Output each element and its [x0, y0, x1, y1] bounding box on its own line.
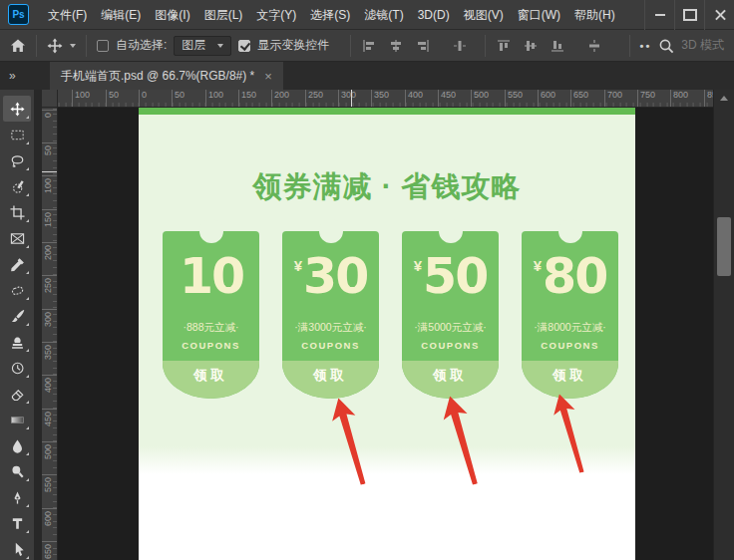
healing-icon [10, 283, 25, 298]
ruler-label: 350 [42, 342, 58, 343]
menu-item[interactable]: 选择(S) [303, 0, 357, 30]
coupon-condition: ·满5000元立减· [402, 321, 499, 335]
menu-item[interactable]: 视图(V) [457, 0, 511, 30]
coupon: 10 ·888元立减· COUPONS 领取 [163, 231, 259, 399]
target-layer-dropdown[interactable]: 图层 [174, 36, 231, 56]
tool-marquee[interactable] [3, 122, 31, 147]
menu-item[interactable]: 文件(F) [41, 0, 94, 30]
scroll-up-arrow-icon[interactable] [720, 96, 728, 101]
auto-select-checkbox[interactable] [97, 40, 109, 52]
coupon-notch [319, 219, 343, 243]
show-transform-checkbox[interactable] [238, 40, 250, 52]
close-icon[interactable] [704, 0, 734, 30]
align-middle-icon[interactable] [523, 38, 539, 54]
distribute-horizontal-icon[interactable] [452, 38, 468, 54]
align-right-icon[interactable] [415, 38, 431, 54]
tool-type[interactable] [3, 510, 31, 536]
ruler-label: 450 [438, 90, 456, 108]
coupon: ¥ 80 ·满8000元立减· COUPONS 领取 [522, 231, 618, 399]
menu-item[interactable]: 图像(I) [148, 0, 196, 30]
ruler-label: 500 [42, 441, 58, 442]
align-group-horizontal [361, 38, 468, 54]
ruler-label: 300 [42, 309, 58, 310]
photoshop-window: Ps 文件(F) 编辑(E) 图像(I) 图层(L) 文字(Y) 选择(S) 滤… [0, 0, 734, 560]
cursor-position-marker [351, 90, 352, 108]
tool-eyedropper[interactable] [3, 251, 31, 277]
menu-item[interactable]: 帮助(H) [567, 0, 622, 30]
coupon-condition: ·满8000元立减· [522, 321, 618, 335]
tool-move[interactable] [3, 96, 31, 122]
coupon: ¥ 50 ·满5000元立减· COUPONS 领取 [402, 231, 499, 399]
ruler-label: 50 [172, 90, 184, 108]
coupon: ¥ 30 ·满3000元立减· COUPONS 领取 [282, 231, 379, 399]
crop-icon [10, 205, 25, 220]
vertical-scrollbar[interactable] [713, 90, 734, 560]
tool-crop[interactable] [3, 199, 31, 225]
search-icon[interactable] [658, 38, 674, 54]
maximize-icon[interactable] [674, 0, 704, 30]
distribute-vertical-icon[interactable] [586, 38, 602, 54]
menu-item[interactable]: 编辑(E) [94, 0, 148, 30]
ruler-label: 600 [538, 90, 555, 108]
align-center-horizontal-icon[interactable] [388, 38, 404, 54]
menu-item[interactable]: 文字(Y) [249, 0, 303, 30]
tool-quick-select[interactable] [3, 173, 31, 199]
coupon-notch [558, 219, 582, 243]
canvas[interactable]: 领券满减 · 省钱攻略 10 ·888元立减· COUPONS 领取 [139, 108, 635, 560]
tool-path-select[interactable] [3, 536, 31, 560]
coupon-notch [439, 219, 463, 243]
menu-item[interactable]: 窗口(W) [511, 0, 567, 30]
auto-select-label: 自动选择: [116, 37, 167, 54]
path-select-icon [10, 542, 25, 557]
chevron-down-icon[interactable] [70, 44, 76, 48]
tool-gradient[interactable] [3, 407, 31, 432]
scrollbar-thumb[interactable] [717, 217, 731, 276]
menu-item[interactable]: 图层(L) [197, 0, 250, 30]
tool-brush[interactable] [3, 303, 31, 329]
ruler-label: 500 [471, 90, 489, 108]
coupon-amount: 10 [163, 255, 259, 299]
type-icon [10, 516, 25, 531]
menu-item[interactable]: 3D(D) [411, 0, 457, 30]
document-tab[interactable]: 手机端首页.psd @ 66.7%(RGB/8#) * × [50, 62, 283, 90]
tool-healing[interactable] [3, 277, 31, 303]
tool-frame[interactable] [3, 225, 31, 251]
target-layer-value: 图层 [182, 37, 205, 54]
tool-eraser[interactable] [3, 381, 31, 407]
mode-3d-button[interactable]: 3D 模式 [681, 37, 724, 54]
ruler-label: 200 [42, 242, 58, 243]
ruler-label: 300 [338, 90, 356, 108]
tool-history-brush[interactable] [3, 355, 31, 381]
coupon-tag: COUPONS [522, 340, 618, 351]
tab-close-icon[interactable]: × [264, 70, 272, 83]
tool-blur[interactable] [3, 432, 31, 458]
ruler-label: 0 [139, 90, 147, 108]
red-arrow-annotation [321, 394, 379, 489]
ruler-label: 400 [42, 375, 58, 376]
options-bar: 自动选择: 图层 显示变换控件 •• 3D 模式 [0, 30, 734, 62]
align-top-icon[interactable] [496, 38, 512, 54]
menu-item[interactable]: 滤镜(T) [357, 0, 410, 30]
collapse-tools-chevron-icon[interactable]: » [0, 62, 34, 90]
coupon-amount: ¥ 80 [522, 255, 618, 299]
coupon-tag: COUPONS [402, 340, 499, 351]
horizontal-ruler[interactable]: 100 50 0 50 100 150 200 250 300 350 400 … [58, 90, 713, 108]
tool-lasso[interactable] [3, 147, 31, 173]
coupon-notch [199, 219, 223, 243]
move-tool-icon[interactable] [47, 38, 63, 54]
home-icon[interactable] [10, 38, 26, 54]
align-bottom-icon[interactable] [550, 38, 565, 54]
align-left-icon[interactable] [361, 38, 377, 54]
ruler-label: 550 [42, 474, 58, 475]
currency-symbol: ¥ [414, 257, 422, 274]
minimize-icon[interactable] [644, 0, 674, 30]
tool-stamp[interactable] [3, 329, 31, 355]
vertical-ruler[interactable]: 0 50 100 150 200 250 300 350 400 450 500… [42, 108, 58, 560]
coupon-row: 10 ·888元立减· COUPONS 领取 ¥ 30 ·满3000元立减· [163, 231, 618, 399]
more-options-icon[interactable]: •• [640, 40, 652, 52]
ruler-label: 700 [604, 90, 622, 108]
eraser-icon [10, 387, 25, 402]
tool-pen[interactable] [3, 484, 31, 510]
coupon-tag: COUPONS [282, 340, 379, 351]
tool-dodge[interactable] [3, 458, 31, 484]
